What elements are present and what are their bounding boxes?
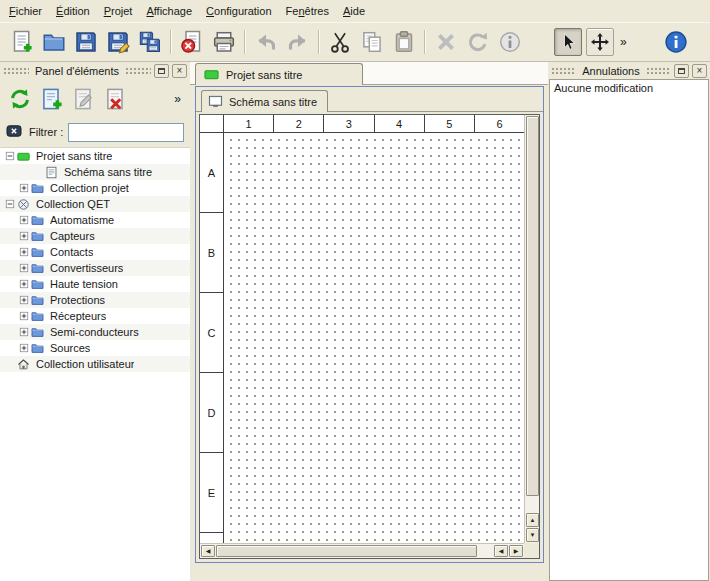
main-toolbar: » <box>0 22 710 62</box>
tree-item-recepteurs[interactable]: Récepteurs <box>0 308 190 324</box>
schema-canvas[interactable] <box>224 133 524 543</box>
menu-projet[interactable]: Projet <box>97 2 140 20</box>
close-panel-button[interactable]: × <box>692 64 707 78</box>
tree-item-collection-utilisateur[interactable]: Collection utilisateur <box>0 356 190 372</box>
grid-column-1: 1 <box>224 115 274 132</box>
expand-icon[interactable] <box>17 294 30 307</box>
scroll-left-button[interactable]: ◀ <box>201 545 215 557</box>
redo-button <box>284 28 312 56</box>
delete-icon <box>434 30 458 54</box>
menu-edition[interactable]: Édition <box>49 2 97 20</box>
scroll-up-button[interactable]: ▲ <box>526 513 539 527</box>
tree-item-contacts[interactable]: Contacts <box>0 244 190 260</box>
open-project-button[interactable] <box>40 28 68 56</box>
undo-empty-item[interactable]: Aucune modification <box>550 80 708 96</box>
redo-icon <box>286 30 310 54</box>
folder-icon <box>31 278 46 291</box>
tab-schema[interactable]: Schéma sans titre <box>201 90 328 112</box>
expand-icon[interactable] <box>17 278 30 291</box>
scroll-right-button[interactable]: ▶ <box>509 545 523 557</box>
tree-item-collection-projet[interactable]: Collection projet <box>0 180 190 196</box>
close-project-button[interactable] <box>178 28 206 56</box>
new-element-button[interactable] <box>38 85 66 113</box>
save-as-button[interactable] <box>104 28 132 56</box>
close-panel-button[interactable]: × <box>172 64 187 78</box>
expand-icon[interactable] <box>17 310 30 323</box>
schema-tab-bar: Schéma sans titre <box>196 87 543 112</box>
tree-item-haute-tension[interactable]: Haute tension <box>0 276 190 292</box>
edit-element-button <box>70 85 98 113</box>
move-icon <box>590 32 610 52</box>
tree-item-projet-sans-titre[interactable]: Projet sans titre <box>0 148 190 164</box>
tree-item-label: Haute tension <box>50 278 118 290</box>
tree-item-capteurs[interactable]: Capteurs <box>0 228 190 244</box>
tree-item-label: Protections <box>50 294 105 306</box>
delete-element-button[interactable] <box>102 85 130 113</box>
reload-collections-button[interactable] <box>6 85 34 113</box>
toolbar-separator <box>170 30 172 54</box>
filter-clear-button[interactable] <box>6 124 24 140</box>
elements-panel-titlebar[interactable]: Panel d'éléments × <box>0 62 190 79</box>
paste-icon <box>392 30 416 54</box>
rotate-button <box>464 28 492 56</box>
about-qet-button[interactable] <box>662 28 690 56</box>
collapse-icon[interactable] <box>3 198 16 211</box>
grid-column-4: 4 <box>375 115 425 132</box>
element-edit-icon <box>72 87 96 111</box>
expand-icon[interactable] <box>17 214 30 227</box>
save-all-button[interactable] <box>136 28 164 56</box>
tree-item-schema-sans-titre[interactable]: Schéma sans titre <box>0 164 190 180</box>
project-tab-label: Projet sans titre <box>226 69 302 81</box>
pan-mode-button[interactable] <box>586 28 614 56</box>
float-panel-button[interactable] <box>154 64 169 78</box>
undo-panel-titlebar[interactable]: Annulations × <box>548 62 710 79</box>
menu-affichage[interactable]: Affichage <box>139 2 199 20</box>
menu-configuration[interactable]: Configuration <box>199 2 278 20</box>
menu-fenetres[interactable]: Fenêtres <box>279 2 336 20</box>
elements-panel: Panel d'éléments × » Filtrer : Projet sa… <box>0 62 190 581</box>
toolbar-overflow-chevron[interactable]: » <box>616 35 631 49</box>
tab-project[interactable]: Projet sans titre <box>195 63 363 85</box>
expand-icon[interactable] <box>17 246 30 259</box>
cut-button[interactable] <box>326 28 354 56</box>
collapse-icon[interactable] <box>3 150 16 163</box>
vertical-scrollbar[interactable]: ▲ ▼ <box>524 115 539 543</box>
float-panel-button[interactable] <box>674 64 689 78</box>
folder-open-icon <box>42 30 66 54</box>
menu-fichier[interactable]: Fichier <box>2 2 49 20</box>
tree-item-protections[interactable]: Protections <box>0 292 190 308</box>
filter-input[interactable] <box>68 123 184 142</box>
tree-item-automatisme[interactable]: Automatisme <box>0 212 190 228</box>
save-icon <box>74 30 98 54</box>
dock-handle-texture <box>646 67 671 75</box>
expand-icon[interactable] <box>17 230 30 243</box>
tree-item-label: Récepteurs <box>50 310 106 322</box>
folder-icon <box>31 214 46 227</box>
expand-icon[interactable] <box>17 262 30 275</box>
scrollbar-corner <box>524 543 539 558</box>
expand-icon[interactable] <box>17 326 30 339</box>
grid-corner <box>200 115 224 133</box>
save-button[interactable] <box>72 28 100 56</box>
expand-icon[interactable] <box>17 182 30 195</box>
undo-panel: Annulations × Aucune modification <box>548 62 710 581</box>
grid-row-header: ABCDE <box>200 133 224 543</box>
new-project-button[interactable] <box>8 28 36 56</box>
expand-icon[interactable] <box>17 342 30 355</box>
tree-item-sources[interactable]: Sources <box>0 340 190 356</box>
vertical-scrollbar-thumb[interactable] <box>526 116 539 496</box>
print-icon <box>212 30 236 54</box>
folder-icon <box>31 342 46 355</box>
tree-item-label: Collection projet <box>50 182 129 194</box>
menu-aide[interactable]: Aide <box>336 2 372 20</box>
tree-item-semi-conducteurs[interactable]: Semi-conducteurs <box>0 324 190 340</box>
tree-item-convertisseurs[interactable]: Convertisseurs <box>0 260 190 276</box>
select-mode-button[interactable] <box>554 28 582 56</box>
print-button[interactable] <box>210 28 238 56</box>
horizontal-scrollbar-thumb[interactable] <box>216 545 477 557</box>
panel-overflow-chevron[interactable]: » <box>174 92 186 106</box>
scroll-left-button-2[interactable]: ◀ <box>494 545 508 557</box>
tree-item-collection-qet[interactable]: Collection QET <box>0 196 190 212</box>
scroll-down-button[interactable]: ▼ <box>526 528 539 542</box>
horizontal-scrollbar[interactable]: ◀ ◀ ▶ <box>200 543 524 558</box>
